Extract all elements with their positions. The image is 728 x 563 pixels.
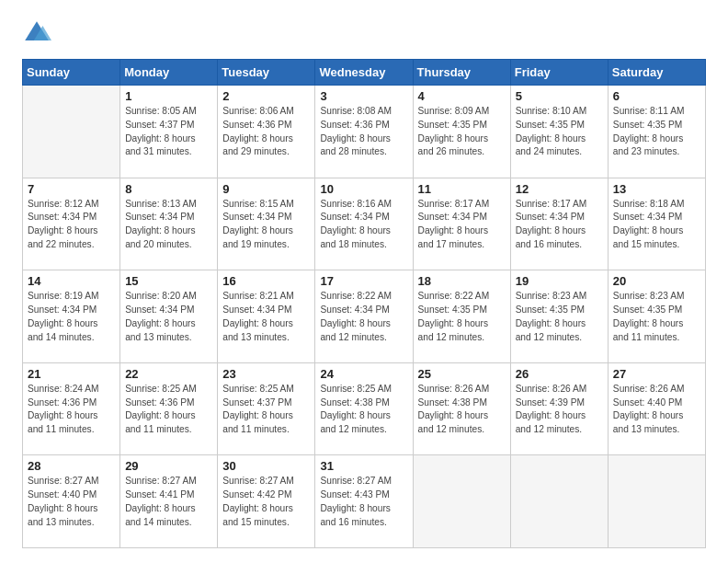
calendar-cell: 17Sunrise: 8:22 AMSunset: 4:34 PMDayligh… <box>315 270 413 363</box>
calendar-cell: 11Sunrise: 8:17 AMSunset: 4:34 PMDayligh… <box>413 178 510 270</box>
calendar-cell: 7Sunrise: 8:12 AMSunset: 4:34 PMDaylight… <box>23 178 120 270</box>
weekday-header-thursday: Thursday <box>413 60 510 86</box>
day-number: 17 <box>320 274 407 288</box>
day-info: Sunrise: 8:26 AMSunset: 4:38 PMDaylight:… <box>418 383 506 437</box>
day-number: 16 <box>222 274 310 288</box>
day-info: Sunrise: 8:19 AMSunset: 4:34 PMDaylight:… <box>28 290 115 344</box>
day-number: 29 <box>125 459 212 473</box>
day-info: Sunrise: 8:15 AMSunset: 4:34 PMDaylight:… <box>222 198 310 252</box>
day-info: Sunrise: 8:18 AMSunset: 4:34 PMDaylight:… <box>613 198 700 252</box>
weekday-header-tuesday: Tuesday <box>218 60 315 86</box>
calendar-table: SundayMondayTuesdayWednesdayThursdayFrid… <box>22 59 706 548</box>
calendar-cell: 1Sunrise: 8:05 AMSunset: 4:37 PMDaylight… <box>120 86 218 178</box>
day-info: Sunrise: 8:21 AMSunset: 4:34 PMDaylight:… <box>222 290 310 344</box>
weekday-header-friday: Friday <box>510 60 608 86</box>
day-info: Sunrise: 8:11 AMSunset: 4:35 PMDaylight:… <box>613 105 700 159</box>
day-info: Sunrise: 8:05 AMSunset: 4:37 PMDaylight:… <box>125 105 212 159</box>
calendar-cell: 13Sunrise: 8:18 AMSunset: 4:34 PMDayligh… <box>608 178 705 270</box>
calendar-cell: 29Sunrise: 8:27 AMSunset: 4:41 PMDayligh… <box>120 455 218 548</box>
day-number: 26 <box>516 367 603 381</box>
day-info: Sunrise: 8:22 AMSunset: 4:34 PMDaylight:… <box>320 290 407 344</box>
day-number: 13 <box>613 182 700 196</box>
logo-icon <box>22 18 51 48</box>
calendar-cell <box>510 455 608 548</box>
calendar-cell <box>23 86 120 178</box>
calendar-cell: 9Sunrise: 8:15 AMSunset: 4:34 PMDaylight… <box>218 178 315 270</box>
calendar-cell: 8Sunrise: 8:13 AMSunset: 4:34 PMDaylight… <box>120 178 218 270</box>
calendar-week-row-5: 28Sunrise: 8:27 AMSunset: 4:40 PMDayligh… <box>23 455 706 548</box>
day-number: 25 <box>418 367 506 381</box>
day-info: Sunrise: 8:24 AMSunset: 4:36 PMDaylight:… <box>28 383 115 437</box>
day-info: Sunrise: 8:26 AMSunset: 4:39 PMDaylight:… <box>516 383 603 437</box>
day-number: 6 <box>613 89 700 103</box>
day-info: Sunrise: 8:17 AMSunset: 4:34 PMDaylight:… <box>516 198 603 252</box>
day-info: Sunrise: 8:12 AMSunset: 4:34 PMDaylight:… <box>28 198 115 252</box>
calendar-cell: 24Sunrise: 8:25 AMSunset: 4:38 PMDayligh… <box>315 362 413 455</box>
calendar-cell: 10Sunrise: 8:16 AMSunset: 4:34 PMDayligh… <box>315 178 413 270</box>
calendar-cell: 15Sunrise: 8:20 AMSunset: 4:34 PMDayligh… <box>120 270 218 363</box>
day-number: 21 <box>28 367 115 381</box>
calendar-header-row: SundayMondayTuesdayWednesdayThursdayFrid… <box>23 60 706 86</box>
day-info: Sunrise: 8:17 AMSunset: 4:34 PMDaylight:… <box>418 198 506 252</box>
day-number: 3 <box>320 89 407 103</box>
day-info: Sunrise: 8:20 AMSunset: 4:34 PMDaylight:… <box>125 290 212 344</box>
calendar-cell: 5Sunrise: 8:10 AMSunset: 4:35 PMDaylight… <box>510 86 608 178</box>
day-number: 15 <box>125 274 212 288</box>
day-number: 14 <box>28 274 115 288</box>
day-number: 1 <box>125 89 212 103</box>
day-info: Sunrise: 8:23 AMSunset: 4:35 PMDaylight:… <box>516 290 603 344</box>
weekday-header-wednesday: Wednesday <box>315 60 413 86</box>
day-info: Sunrise: 8:06 AMSunset: 4:36 PMDaylight:… <box>222 105 310 159</box>
day-info: Sunrise: 8:09 AMSunset: 4:35 PMDaylight:… <box>418 105 506 159</box>
calendar-cell: 22Sunrise: 8:25 AMSunset: 4:36 PMDayligh… <box>120 362 218 455</box>
calendar-cell: 4Sunrise: 8:09 AMSunset: 4:35 PMDaylight… <box>413 86 510 178</box>
calendar-cell: 12Sunrise: 8:17 AMSunset: 4:34 PMDayligh… <box>510 178 608 270</box>
calendar-cell: 28Sunrise: 8:27 AMSunset: 4:40 PMDayligh… <box>23 455 120 548</box>
calendar-week-row-3: 14Sunrise: 8:19 AMSunset: 4:34 PMDayligh… <box>23 270 706 363</box>
day-number: 9 <box>222 182 310 196</box>
day-number: 10 <box>320 182 407 196</box>
day-number: 11 <box>418 182 506 196</box>
day-number: 12 <box>516 182 603 196</box>
day-info: Sunrise: 8:08 AMSunset: 4:36 PMDaylight:… <box>320 105 407 159</box>
calendar-cell: 27Sunrise: 8:26 AMSunset: 4:40 PMDayligh… <box>608 362 705 455</box>
calendar-cell: 2Sunrise: 8:06 AMSunset: 4:36 PMDaylight… <box>218 86 315 178</box>
calendar-cell: 14Sunrise: 8:19 AMSunset: 4:34 PMDayligh… <box>23 270 120 363</box>
calendar-cell <box>608 455 705 548</box>
day-info: Sunrise: 8:27 AMSunset: 4:42 PMDaylight:… <box>222 475 310 529</box>
day-number: 28 <box>28 459 115 473</box>
day-number: 7 <box>28 182 115 196</box>
calendar-cell: 20Sunrise: 8:23 AMSunset: 4:35 PMDayligh… <box>608 270 705 363</box>
day-number: 8 <box>125 182 212 196</box>
calendar-week-row-2: 7Sunrise: 8:12 AMSunset: 4:34 PMDaylight… <box>23 178 706 270</box>
calendar-cell: 23Sunrise: 8:25 AMSunset: 4:37 PMDayligh… <box>218 362 315 455</box>
day-number: 23 <box>222 367 310 381</box>
day-info: Sunrise: 8:25 AMSunset: 4:37 PMDaylight:… <box>222 383 310 437</box>
day-number: 2 <box>222 89 310 103</box>
calendar-cell: 21Sunrise: 8:24 AMSunset: 4:36 PMDayligh… <box>23 362 120 455</box>
day-number: 24 <box>320 367 407 381</box>
weekday-header-monday: Monday <box>120 60 218 86</box>
calendar-cell: 19Sunrise: 8:23 AMSunset: 4:35 PMDayligh… <box>510 270 608 363</box>
calendar-cell: 25Sunrise: 8:26 AMSunset: 4:38 PMDayligh… <box>413 362 510 455</box>
calendar-cell: 16Sunrise: 8:21 AMSunset: 4:34 PMDayligh… <box>218 270 315 363</box>
day-info: Sunrise: 8:27 AMSunset: 4:40 PMDaylight:… <box>28 475 115 529</box>
logo <box>22 18 57 48</box>
calendar-cell: 31Sunrise: 8:27 AMSunset: 4:43 PMDayligh… <box>315 455 413 548</box>
weekday-header-sunday: Sunday <box>23 60 120 86</box>
day-info: Sunrise: 8:13 AMSunset: 4:34 PMDaylight:… <box>125 198 212 252</box>
day-info: Sunrise: 8:27 AMSunset: 4:43 PMDaylight:… <box>320 475 407 529</box>
calendar-cell: 26Sunrise: 8:26 AMSunset: 4:39 PMDayligh… <box>510 362 608 455</box>
day-number: 19 <box>516 274 603 288</box>
day-info: Sunrise: 8:26 AMSunset: 4:40 PMDaylight:… <box>613 383 700 437</box>
day-info: Sunrise: 8:23 AMSunset: 4:35 PMDaylight:… <box>613 290 700 344</box>
day-info: Sunrise: 8:27 AMSunset: 4:41 PMDaylight:… <box>125 475 212 529</box>
day-number: 18 <box>418 274 506 288</box>
day-info: Sunrise: 8:25 AMSunset: 4:38 PMDaylight:… <box>320 383 407 437</box>
weekday-header-saturday: Saturday <box>608 60 705 86</box>
header <box>22 18 706 48</box>
day-info: Sunrise: 8:10 AMSunset: 4:35 PMDaylight:… <box>516 105 603 159</box>
day-number: 4 <box>418 89 506 103</box>
day-number: 30 <box>222 459 310 473</box>
day-info: Sunrise: 8:16 AMSunset: 4:34 PMDaylight:… <box>320 198 407 252</box>
